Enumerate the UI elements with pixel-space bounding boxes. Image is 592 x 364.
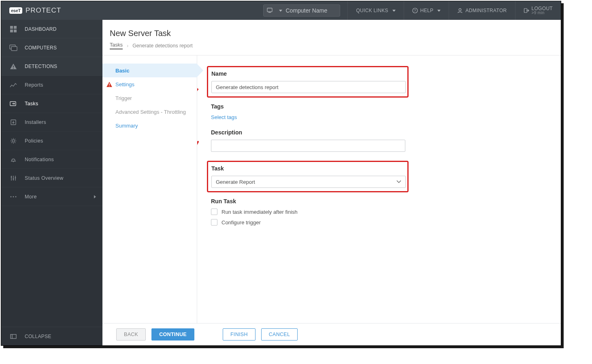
continue-button[interactable]: CONTINUE — [151, 328, 194, 341]
svg-rect-11 — [11, 47, 17, 51]
collapse-icon — [9, 334, 17, 339]
sidebar: DASHBOARD COMPUTERS DETECTIONS — [1, 20, 102, 345]
cancel-button[interactable]: CANCEL — [261, 328, 298, 341]
step-basic[interactable]: Basic — [102, 64, 197, 77]
svg-line-23 — [11, 142, 12, 143]
page-title: New Server Task — [110, 29, 554, 38]
svg-point-4 — [459, 9, 462, 11]
highlight-name-section: Name Generate detections report — [207, 66, 409, 98]
breadcrumb-root[interactable]: Tasks — [110, 42, 123, 49]
main-content: New Server Task Tasks › Generate detecti… — [102, 20, 561, 345]
tags-label: Tags — [211, 103, 409, 110]
sidebar-item-reports[interactable]: Reports — [1, 76, 102, 94]
computers-icon — [9, 45, 17, 51]
sidebar-item-label: Reports — [25, 82, 43, 88]
description-input[interactable] — [211, 140, 405, 152]
reports-icon — [9, 82, 17, 88]
breadcrumb-current: Generate detections report — [132, 43, 193, 49]
svg-rect-37 — [109, 83, 109, 85]
computer-search-input[interactable]: Computer Name — [263, 4, 340, 17]
run-task-field: Run Task Run task immediately after fini… — [211, 198, 409, 226]
svg-text:?: ? — [414, 9, 416, 13]
help-menu[interactable]: ? HELP — [404, 1, 449, 20]
form-panel: Name Generate detections report Tags Sel… — [197, 55, 561, 323]
step-summary[interactable]: Summary — [102, 119, 197, 132]
name-label: Name — [211, 70, 404, 77]
app-window: eseT PROTECT Computer Name QUICK LINKS ?… — [1, 1, 561, 346]
logout-button[interactable]: LOGOUT >9 min — [515, 1, 561, 20]
help-icon: ? — [412, 8, 418, 13]
svg-point-32 — [11, 196, 12, 197]
annotation-arrow — [197, 87, 204, 152]
svg-point-29 — [13, 178, 14, 179]
svg-rect-38 — [109, 86, 109, 86]
task-label: Task — [211, 165, 404, 172]
installers-icon — [9, 119, 17, 126]
svg-point-27 — [11, 176, 12, 177]
sidebar-item-status-overview[interactable]: Status Overview — [1, 169, 102, 187]
svg-rect-8 — [10, 30, 13, 32]
chevron-down-icon — [437, 10, 441, 12]
sidebar-item-detections[interactable]: DETECTIONS — [1, 57, 102, 76]
run-task-label: Run Task — [211, 198, 409, 204]
more-icon — [9, 196, 17, 198]
name-input[interactable]: Generate detections report — [211, 81, 406, 93]
collapse-sidebar-button[interactable]: COLLAPSE — [1, 327, 102, 345]
chevron-right-icon: › — [127, 43, 128, 49]
svg-line-21 — [11, 139, 12, 140]
logout-icon — [524, 8, 529, 13]
sidebar-item-label: More — [25, 194, 37, 200]
svg-rect-7 — [14, 26, 17, 29]
finish-button[interactable]: FINISH — [223, 328, 256, 341]
svg-line-24 — [15, 139, 16, 140]
svg-line-22 — [15, 142, 16, 143]
wizard-steps: Basic Settings Trigger Advanced Settings… — [102, 55, 197, 323]
step-settings[interactable]: Settings — [102, 77, 197, 91]
sidebar-item-label: DASHBOARD — [25, 26, 57, 32]
quick-links-menu[interactable]: QUICK LINKS — [347, 1, 403, 20]
sidebar-item-label: Status Overview — [25, 175, 64, 181]
warning-icon — [106, 82, 112, 87]
sidebar-item-label: Notifications — [25, 157, 54, 162]
checkbox-icon — [211, 209, 217, 215]
svg-rect-6 — [10, 26, 13, 29]
computer-icon — [267, 8, 274, 13]
task-select[interactable]: Generate Report — [211, 176, 406, 188]
svg-point-34 — [15, 196, 17, 197]
sidebar-item-dashboard[interactable]: DASHBOARD — [1, 20, 102, 38]
logo-text: PROTECT — [26, 6, 61, 15]
svg-point-33 — [13, 196, 14, 197]
back-button[interactable]: BACK — [116, 328, 146, 341]
chevron-down-icon — [392, 10, 396, 12]
svg-rect-0 — [267, 8, 272, 12]
svg-rect-35 — [11, 334, 16, 338]
logo-badge: eseT — [9, 7, 22, 14]
sidebar-item-installers[interactable]: Installers — [1, 113, 102, 132]
sidebar-item-label: COMPUTERS — [25, 45, 57, 51]
configure-trigger-checkbox[interactable]: Configure trigger — [211, 219, 409, 226]
sidebar-item-tasks[interactable]: Tasks — [1, 94, 102, 113]
highlight-task-section: Task Generate Report — [207, 161, 409, 192]
sidebar-item-policies[interactable]: Policies — [1, 132, 102, 150]
svg-point-25 — [13, 161, 14, 162]
topbar: eseT PROTECT Computer Name QUICK LINKS ?… — [1, 1, 561, 20]
administrator-menu[interactable]: ADMINISTRATOR — [449, 1, 515, 20]
gear-icon — [9, 138, 17, 144]
tasks-icon — [9, 101, 17, 106]
chevron-down-icon — [396, 180, 401, 183]
logo: eseT PROTECT — [1, 6, 102, 15]
sidebar-item-label: Installers — [25, 119, 46, 125]
sidebar-item-computers[interactable]: COMPUTERS — [1, 38, 102, 57]
sidebar-item-notifications[interactable]: Notifications — [1, 150, 102, 169]
page-header: New Server Task Tasks › Generate detecti… — [102, 20, 561, 55]
wizard-footer: BACK CONTINUE FINISH CANCEL — [102, 323, 561, 345]
tags-field: Tags Select tags — [211, 103, 409, 120]
select-tags-link[interactable]: Select tags — [211, 114, 237, 120]
svg-rect-13 — [13, 68, 14, 69]
svg-rect-9 — [14, 30, 17, 32]
sidebar-item-label: Policies — [25, 138, 43, 144]
sidebar-item-more[interactable]: More — [1, 187, 102, 206]
svg-point-16 — [12, 140, 15, 142]
warning-icon — [9, 63, 17, 70]
run-immediately-checkbox[interactable]: Run task immediately after finish — [211, 209, 409, 215]
